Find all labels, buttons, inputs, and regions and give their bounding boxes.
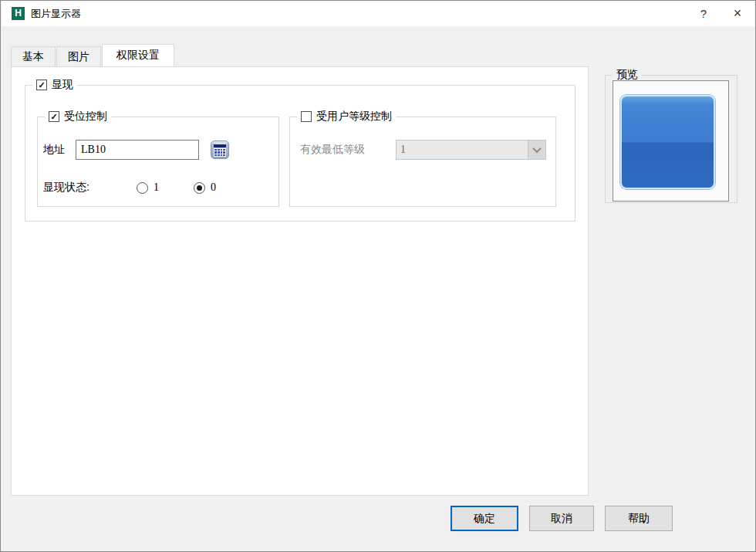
- close-button[interactable]: ×: [721, 1, 754, 26]
- address-row: 地址: [43, 140, 230, 160]
- address-keypad-button[interactable]: [210, 140, 230, 160]
- window-title: 图片显示器: [31, 7, 81, 21]
- title-bar: H 图片显示器 ? ×: [2, 1, 754, 26]
- preview-image: [620, 95, 715, 189]
- radio-state-1-label: 1: [154, 181, 159, 194]
- close-icon: ×: [734, 5, 742, 22]
- display-state-row: 显现状态: 1 0: [43, 181, 216, 195]
- tab-basic[interactable]: 基本: [11, 46, 56, 66]
- display-group: ✓ 显现 ✓ 受位控制 地址: [25, 85, 575, 222]
- display-group-label: 显现: [52, 78, 73, 92]
- radio-state-0[interactable]: [194, 182, 205, 194]
- user-level-checkbox[interactable]: ✓: [301, 111, 312, 122]
- tab-strip: 基本 图片 权限设置: [11, 46, 175, 66]
- combo-drop-button: [528, 141, 545, 159]
- check-icon: ✓: [38, 81, 45, 90]
- tab-permission-settings[interactable]: 权限设置: [102, 44, 174, 66]
- chevron-down-icon: [532, 144, 541, 153]
- address-input[interactable]: [76, 140, 199, 160]
- bit-control-group: ✓ 受位控制 地址: [37, 117, 279, 207]
- permission-settings-page: ✓ 显现 ✓ 受位控制 地址: [11, 66, 589, 496]
- check-icon: ✓: [50, 113, 57, 121]
- display-state-label: 显现状态:: [43, 181, 89, 195]
- display-checkbox[interactable]: ✓: [36, 80, 47, 90]
- titlebar-buttons: ? ×: [687, 1, 754, 26]
- display-group-legend: ✓ 显现: [32, 78, 77, 92]
- radio-state-0-label: 0: [211, 181, 216, 194]
- min-level-label: 有效最低等级: [300, 143, 365, 157]
- bit-control-label: 受位控制: [64, 110, 107, 124]
- bit-control-legend: ✓ 受位控制: [45, 110, 111, 124]
- user-level-legend: ✓ 受用户等级控制: [297, 110, 396, 124]
- ok-button[interactable]: 确定: [451, 506, 518, 531]
- min-level-select: 1: [396, 140, 546, 160]
- bit-control-checkbox[interactable]: ✓: [49, 111, 59, 122]
- help-button[interactable]: ?: [687, 1, 721, 26]
- cancel-button[interactable]: 取消: [529, 506, 594, 531]
- keypad-icon: [211, 141, 229, 159]
- tab-picture[interactable]: 图片: [56, 46, 101, 66]
- radio-state-1[interactable]: [137, 182, 148, 194]
- min-level-value: 1: [397, 144, 528, 156]
- app-icon: H: [12, 7, 25, 20]
- min-level-row: 有效最低等级 1: [300, 140, 546, 160]
- help-button-footer[interactable]: 帮助: [605, 506, 673, 531]
- dialog-window: H 图片显示器 ? × 基本 图片 权限设置 ✓ 显现: [0, 0, 756, 552]
- user-level-group: ✓ 受用户等级控制 有效最低等级 1: [289, 117, 556, 207]
- address-label: 地址: [43, 143, 65, 157]
- user-level-label: 受用户等级控制: [316, 110, 392, 124]
- preview-frame: [613, 80, 729, 201]
- help-icon: ?: [700, 7, 707, 20]
